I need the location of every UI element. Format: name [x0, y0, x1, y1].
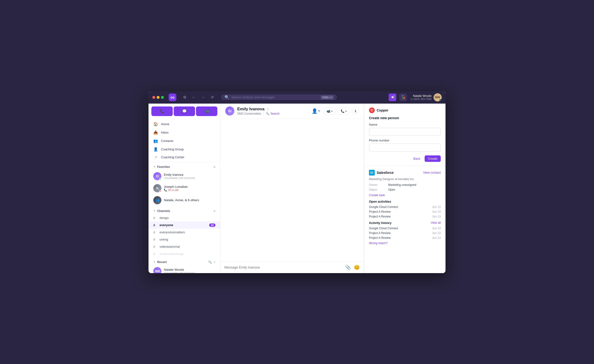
phone-action-button[interactable]: 📞	[151, 106, 173, 116]
forward-button[interactable]: →	[199, 94, 207, 101]
view-contact-link[interactable]: View contact	[423, 171, 441, 174]
close-button[interactable]	[152, 96, 155, 99]
recent-header-actions: 🔍 ≡	[208, 260, 216, 264]
status-key: Status	[369, 188, 388, 191]
favorites-section-header: ▼ Favorites ≡	[148, 162, 220, 170]
favorite-joseph[interactable]: JL Joseph Lumaban 📞 On a call	[148, 182, 220, 194]
favorite-group[interactable]: 👥 Natalie, Annie, & 6 others	[148, 194, 220, 206]
view-all-link[interactable]: View all	[431, 221, 441, 225]
salesforce-icon: SF	[369, 170, 375, 176]
maximize-button[interactable]	[161, 96, 164, 99]
channel-name: uveng	[160, 238, 216, 241]
channel-hash-icon: #	[153, 216, 157, 220]
recent-search-icon[interactable]: 🔍	[208, 260, 212, 264]
group-name: Natalie, Annie, & 6 others	[164, 198, 216, 202]
global-search-input[interactable]	[231, 95, 319, 99]
channel-productteamlarge[interactable]: # productteamlarge	[148, 250, 220, 258]
sidebar-item-inbox[interactable]: 📥 Inbox	[148, 128, 220, 137]
attach-icon[interactable]: 📎	[345, 265, 351, 270]
natalie-avatar: NW	[153, 267, 162, 273]
emoji-icon[interactable]: 😊	[354, 265, 360, 270]
chat-contact-info: Emily Ivanova ☆ SMS Conversation | 🔍 Sea…	[237, 107, 308, 115]
sidebar-item-contacts[interactable]: 👥 Contacts	[148, 137, 220, 145]
copper-title: Copper	[377, 108, 388, 112]
back-button[interactable]: ←	[190, 94, 197, 101]
chat-input[interactable]	[224, 265, 342, 269]
sf-title: Salesforce	[377, 171, 394, 175]
copper-header: C Copper	[369, 107, 441, 113]
refresh-button[interactable]: ↺	[209, 94, 216, 101]
sidebar-item-coaching-center[interactable]: ↗ Coaching Center	[148, 153, 220, 161]
favorite-emily[interactable]: EI Emily Ivanova Unavailable until tomor…	[148, 170, 220, 182]
salesforce-section: SF Salesforce View contact Marketing Des…	[364, 166, 446, 249]
announce-button[interactable]: 📢	[389, 93, 396, 101]
titlebar: oo ⚙ ← → ↺ 🔍 CMD + / 📢 🚂 Natalie Woods +…	[148, 91, 446, 104]
natalie-name: Natalie Woods	[164, 268, 216, 271]
recent-label: Recent	[157, 260, 167, 264]
channel-badge: 20	[209, 224, 216, 227]
video-chevron: ▾	[331, 110, 332, 113]
name-field-label: Name	[369, 123, 441, 126]
channel-uveng[interactable]: # uveng	[148, 236, 220, 243]
group-info: Natalie, Annie, & 6 others	[164, 198, 216, 202]
chat-contact-name: Emily Ivanova ☆	[237, 107, 308, 112]
favorites-toggle[interactable]: ▼	[153, 165, 156, 168]
natalie-status: Unavailable until tomorrow	[164, 271, 216, 273]
global-search-bar: 🔍 CMD + /	[222, 95, 337, 100]
history-date: Jun 13	[432, 236, 441, 239]
sidebar-item-home[interactable]: 🏠 Home	[148, 120, 220, 128]
minimize-button[interactable]	[157, 96, 160, 99]
activity-date: Jun 13	[432, 210, 441, 213]
phone-call-button[interactable]: 📞 ▾	[338, 108, 350, 115]
create-new-title: Create new person	[369, 116, 441, 120]
channel-videoteamchat[interactable]: # videoteamchat	[148, 243, 220, 250]
channel-hash-icon: #	[153, 238, 157, 241]
status-value: Open	[388, 188, 395, 191]
add-person-button[interactable]: 👤+	[311, 107, 322, 115]
sidebar: 📞 💬 📹 🏠 Home 📥 Inbox 👥 Contacts	[148, 104, 221, 273]
video-call-button[interactable]: 📹 ▾	[323, 108, 336, 115]
create-task-link[interactable]: Create task	[369, 193, 441, 197]
channels-menu-button[interactable]: ≡	[214, 209, 216, 213]
star-icon[interactable]: ☆	[266, 107, 270, 111]
joseph-info: Joseph Lumaban 📞 On a call	[164, 185, 216, 192]
joseph-status-dot	[159, 190, 161, 192]
channels-label: Channels	[157, 209, 170, 213]
channel-everyvoicematters[interactable]: # everyvoicematters	[148, 229, 220, 236]
name-field-input[interactable]	[369, 128, 441, 136]
emily-status-dot	[159, 178, 161, 180]
app-window: oo ⚙ ← → ↺ 🔍 CMD + / 📢 🚂 Natalie Woods +…	[148, 91, 446, 273]
back-button[interactable]: Back	[411, 155, 423, 162]
video-action-button[interactable]: 📹	[196, 106, 217, 116]
settings-button[interactable]: ⚙	[181, 94, 188, 101]
sidebar-item-coaching-group[interactable]: 👤 Coaching Group	[148, 145, 220, 153]
recent-natalie[interactable]: NW Natalie Woods Unavailable until tomor…	[148, 265, 220, 273]
phone-field-input[interactable]	[369, 144, 441, 152]
info-button[interactable]: ℹ	[352, 107, 359, 115]
user-details: Natalie Woods +1 (604) 359-7840	[410, 94, 432, 100]
joseph-name: Joseph Lumaban	[164, 185, 216, 188]
favorites-menu-button[interactable]: ≡	[214, 165, 216, 169]
channels-toggle[interactable]: ▼	[153, 210, 156, 212]
message-action-button[interactable]: 💬	[174, 106, 195, 116]
divider: |	[263, 112, 264, 115]
chat-search-link[interactable]: 🔍 Search	[266, 112, 279, 115]
search-icon: 🔍	[224, 95, 229, 99]
user-phone: +1 (604) 359-7840	[410, 98, 432, 100]
favorites-label: Favorites	[157, 165, 170, 169]
history-row-0: Google Cloud Connect Jun 13	[369, 227, 441, 230]
channel-design[interactable]: # design	[148, 214, 220, 222]
copper-section: C Copper Create new person Name Phone nu…	[364, 104, 446, 166]
recent-menu-button[interactable]: ≡	[214, 260, 216, 264]
sf-subtitle: Marketing Designer at Aerolabs Inc.	[369, 178, 441, 181]
wrong-match-link[interactable]: Wrong match?	[369, 241, 441, 245]
channel-everyone[interactable]: # everyone 20	[148, 222, 220, 229]
create-button[interactable]: Create	[425, 155, 441, 162]
favorites-header-left: ▼ Favorites	[153, 165, 170, 169]
activity-name: Google Cloud Connect	[369, 205, 398, 209]
user-online-dot	[439, 99, 441, 101]
history-date: Jun 13	[432, 227, 441, 230]
inbox-button[interactable]: 🚂	[399, 93, 407, 101]
owner-key: Owner	[369, 183, 388, 186]
recent-toggle[interactable]: ▼	[153, 261, 156, 263]
